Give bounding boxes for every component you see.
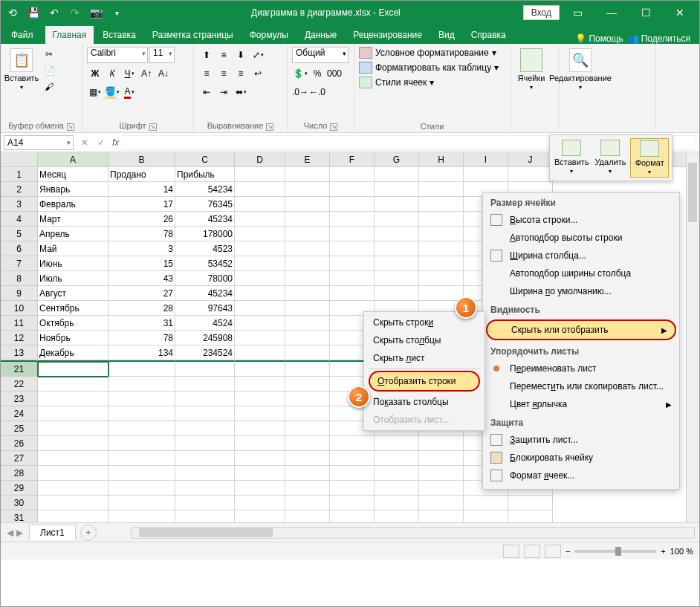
cell[interactable]: Август	[38, 286, 108, 301]
row-header[interactable]: 3	[1, 197, 38, 212]
add-sheet-button[interactable]: +	[80, 525, 97, 541]
wrap-text-button[interactable]: ↩	[250, 65, 266, 82]
col-width-item[interactable]: Ширина столбца...	[483, 247, 679, 264]
cell[interactable]: 134	[108, 345, 175, 360]
cell[interactable]	[375, 167, 419, 182]
cell[interactable]: Январь	[38, 182, 108, 197]
row-header[interactable]: 1	[1, 167, 38, 182]
default-width-item[interactable]: Ширина по умолчанию...	[483, 282, 679, 300]
cell[interactable]	[419, 496, 464, 510]
cell[interactable]: Ноябрь	[38, 331, 108, 345]
move-sheet-item[interactable]: Переместить или скопировать лист...	[483, 377, 679, 395]
select-all-corner[interactable]	[1, 152, 38, 166]
col-header-H[interactable]: H	[419, 152, 464, 166]
align-left-button[interactable]: ≡	[198, 65, 215, 82]
cell[interactable]: 76345	[175, 197, 235, 212]
cell[interactable]	[375, 436, 419, 451]
cell[interactable]: 234524	[175, 345, 235, 360]
cell[interactable]	[330, 271, 375, 286]
cell[interactable]	[285, 227, 330, 241]
bold-button[interactable]: Ж	[87, 65, 103, 82]
cell[interactable]	[419, 466, 464, 481]
font-color-button[interactable]: A	[121, 84, 137, 100]
cell[interactable]: 28	[108, 301, 175, 316]
show-cols-item[interactable]: Показать столбцы	[364, 393, 485, 411]
row-header[interactable]: 9	[1, 286, 38, 301]
row-header[interactable]: 23	[1, 392, 38, 406]
copy-button[interactable]: 📄	[41, 63, 57, 78]
zoom-level[interactable]: 100 %	[670, 547, 693, 556]
cell[interactable]	[330, 227, 375, 241]
camera-icon[interactable]: 📷	[87, 4, 105, 22]
cell[interactable]	[235, 256, 285, 271]
cell[interactable]	[285, 362, 330, 377]
cell[interactable]	[330, 496, 375, 510]
cells-format-button[interactable]: Формат▾	[630, 138, 669, 178]
cell[interactable]	[108, 481, 175, 496]
row-header[interactable]: 8	[1, 271, 38, 286]
cell[interactable]	[419, 212, 464, 227]
cell[interactable]	[330, 212, 375, 227]
cell[interactable]	[375, 227, 419, 241]
page-break-view-button[interactable]	[545, 545, 561, 558]
number-dialog-launcher[interactable]: ↘	[330, 123, 337, 131]
cell[interactable]	[235, 436, 285, 451]
cell[interactable]	[175, 362, 235, 377]
cell[interactable]	[330, 256, 375, 271]
col-header-G[interactable]: G	[375, 152, 419, 166]
cell[interactable]	[108, 377, 175, 392]
cell[interactable]	[108, 406, 175, 421]
cell[interactable]	[235, 510, 285, 522]
tab-insert[interactable]: Вставка	[95, 26, 143, 44]
cell[interactable]	[285, 212, 330, 227]
tab-help[interactable]: Справка	[464, 26, 513, 44]
number-format-select[interactable]: Общий	[292, 47, 349, 63]
cell[interactable]: Июль	[38, 271, 108, 286]
tab-data[interactable]: Данные	[297, 26, 344, 44]
cell[interactable]	[419, 286, 464, 301]
cell[interactable]	[38, 377, 108, 392]
cell[interactable]: 53452	[175, 256, 235, 271]
cell[interactable]	[38, 510, 108, 522]
cells-button[interactable]: Ячейки ▾	[515, 47, 548, 129]
increase-indent-button[interactable]: ⇥	[215, 84, 232, 100]
cell[interactable]	[508, 167, 553, 182]
row-header[interactable]: 2	[1, 182, 38, 197]
cell[interactable]	[108, 436, 175, 451]
cell[interactable]	[235, 362, 285, 377]
cell[interactable]	[235, 271, 285, 286]
row-header[interactable]: 4	[1, 212, 38, 227]
cell[interactable]	[330, 436, 375, 451]
cell[interactable]	[235, 466, 285, 481]
col-header-F[interactable]: F	[330, 152, 375, 166]
page-layout-view-button[interactable]	[524, 545, 540, 558]
show-rows-item[interactable]: Отобразить строки	[369, 371, 480, 392]
row-height-item[interactable]: Высота строки...	[483, 211, 679, 229]
cell[interactable]	[38, 466, 108, 481]
cut-button[interactable]: ✂	[41, 47, 57, 62]
cell[interactable]	[330, 510, 375, 522]
cell[interactable]	[285, 377, 330, 392]
zoom-out-button[interactable]: −	[565, 547, 570, 556]
cell[interactable]: Март	[38, 212, 108, 227]
font-size-select[interactable]: 11	[149, 47, 175, 63]
accounting-format-button[interactable]: 💲	[292, 65, 308, 82]
cell[interactable]: 45234	[175, 212, 235, 227]
fx-icon[interactable]: fx	[112, 137, 119, 148]
tab-view[interactable]: Вид	[431, 26, 462, 44]
fill-color-button[interactable]: 🪣	[104, 84, 120, 100]
col-header-D[interactable]: D	[235, 152, 285, 166]
merge-button[interactable]: ⬌	[233, 84, 249, 100]
cell[interactable]	[235, 316, 285, 331]
cell[interactable]: 245908	[175, 331, 235, 345]
row-header[interactable]: 29	[1, 481, 38, 496]
row-header[interactable]: 31	[1, 510, 38, 522]
row-header[interactable]: 26	[1, 436, 38, 451]
cell[interactable]	[375, 286, 419, 301]
cancel-formula-button[interactable]: ✕	[77, 137, 93, 148]
enter-formula-button[interactable]: ✓	[93, 137, 109, 148]
cell[interactable]	[330, 182, 375, 197]
row-header[interactable]: 7	[1, 256, 38, 271]
normal-view-button[interactable]	[503, 545, 519, 558]
borders-button[interactable]: ▦	[87, 84, 103, 100]
